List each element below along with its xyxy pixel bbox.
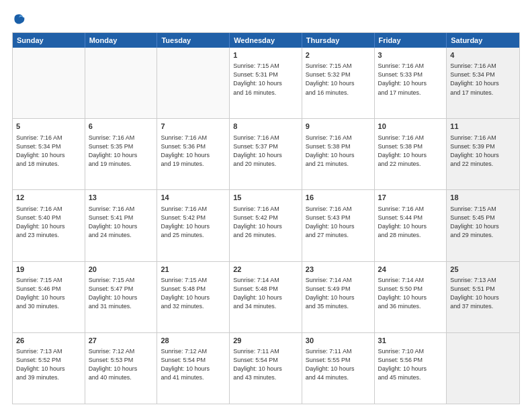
day-number: 20	[89, 265, 154, 275]
cell-info: Sunrise: 7:16 AMSunset: 5:34 PMDaylight:…	[450, 62, 516, 97]
day-number: 27	[89, 336, 154, 346]
day-number: 26	[16, 336, 81, 346]
cal-cell: 2Sunrise: 7:15 AMSunset: 5:32 PMDaylight…	[302, 48, 375, 118]
day-number: 2	[306, 50, 371, 60]
day-number: 17	[378, 193, 443, 203]
cell-info: Sunrise: 7:13 AMSunset: 5:52 PMDaylight:…	[16, 347, 81, 382]
day-number: 16	[306, 193, 371, 203]
day-number: 1	[233, 50, 298, 60]
header-cell-monday: Monday	[85, 33, 158, 48]
cell-info: Sunrise: 7:16 AMSunset: 5:41 PMDaylight:…	[89, 205, 154, 240]
day-number: 7	[161, 122, 226, 132]
cell-info: Sunrise: 7:16 AMSunset: 5:38 PMDaylight:…	[306, 134, 371, 169]
day-number: 30	[306, 336, 371, 346]
day-number: 5	[16, 122, 81, 132]
day-number: 18	[450, 193, 516, 203]
cell-info: Sunrise: 7:16 AMSunset: 5:34 PMDaylight:…	[16, 134, 81, 169]
cell-info: Sunrise: 7:16 AMSunset: 5:39 PMDaylight:…	[450, 134, 516, 169]
cell-info: Sunrise: 7:16 AMSunset: 5:44 PMDaylight:…	[378, 205, 443, 240]
day-number: 9	[306, 122, 371, 132]
cell-info: Sunrise: 7:16 AMSunset: 5:35 PMDaylight:…	[89, 134, 154, 169]
cell-info: Sunrise: 7:16 AMSunset: 5:40 PMDaylight:…	[16, 205, 81, 240]
cal-cell	[447, 333, 519, 404]
day-number: 6	[89, 122, 154, 132]
day-number: 25	[450, 265, 516, 275]
cell-info: Sunrise: 7:16 AMSunset: 5:36 PMDaylight:…	[161, 134, 226, 169]
cell-info: Sunrise: 7:14 AMSunset: 5:49 PMDaylight:…	[306, 276, 371, 311]
week-row-4: 19Sunrise: 7:15 AMSunset: 5:46 PMDayligh…	[13, 261, 519, 332]
day-number: 22	[233, 265, 298, 275]
cal-cell: 22Sunrise: 7:14 AMSunset: 5:48 PMDayligh…	[230, 262, 302, 332]
cal-cell: 29Sunrise: 7:11 AMSunset: 5:54 PMDayligh…	[230, 333, 302, 404]
cal-cell: 17Sunrise: 7:16 AMSunset: 5:44 PMDayligh…	[375, 190, 447, 261]
cal-cell: 6Sunrise: 7:16 AMSunset: 5:35 PMDaylight…	[85, 119, 158, 189]
day-number: 28	[161, 336, 226, 346]
cell-info: Sunrise: 7:15 AMSunset: 5:45 PMDaylight:…	[450, 205, 516, 240]
cal-cell: 3Sunrise: 7:16 AMSunset: 5:33 PMDaylight…	[375, 48, 447, 118]
cell-info: Sunrise: 7:15 AMSunset: 5:31 PMDaylight:…	[233, 62, 298, 97]
cal-cell: 15Sunrise: 7:16 AMSunset: 5:42 PMDayligh…	[230, 190, 302, 261]
cell-info: Sunrise: 7:12 AMSunset: 5:53 PMDaylight:…	[89, 347, 154, 382]
calendar: SundayMondayTuesdayWednesdayThursdayFrid…	[12, 32, 520, 404]
cell-info: Sunrise: 7:16 AMSunset: 5:42 PMDaylight:…	[233, 205, 298, 240]
cell-info: Sunrise: 7:10 AMSunset: 5:56 PMDaylight:…	[378, 347, 443, 382]
cal-cell: 10Sunrise: 7:16 AMSunset: 5:38 PMDayligh…	[375, 119, 447, 189]
cal-cell	[85, 48, 158, 118]
week-row-2: 5Sunrise: 7:16 AMSunset: 5:34 PMDaylight…	[13, 118, 519, 189]
cal-cell	[157, 48, 230, 118]
header-cell-thursday: Thursday	[302, 33, 375, 48]
day-number: 29	[233, 336, 298, 346]
cal-cell	[13, 48, 85, 118]
calendar-header: SundayMondayTuesdayWednesdayThursdayFrid…	[13, 33, 519, 48]
day-number: 23	[306, 265, 371, 275]
day-number: 11	[450, 122, 516, 132]
cell-info: Sunrise: 7:16 AMSunset: 5:38 PMDaylight:…	[378, 134, 443, 169]
cell-info: Sunrise: 7:15 AMSunset: 5:48 PMDaylight:…	[161, 276, 226, 311]
week-row-3: 12Sunrise: 7:16 AMSunset: 5:40 PMDayligh…	[13, 189, 519, 261]
cal-cell: 31Sunrise: 7:10 AMSunset: 5:56 PMDayligh…	[375, 333, 447, 404]
cell-info: Sunrise: 7:12 AMSunset: 5:54 PMDaylight:…	[161, 347, 226, 382]
cell-info: Sunrise: 7:16 AMSunset: 5:37 PMDaylight:…	[233, 134, 298, 169]
header	[12, 12, 520, 26]
cal-cell: 1Sunrise: 7:15 AMSunset: 5:31 PMDaylight…	[230, 48, 302, 118]
cal-cell: 21Sunrise: 7:15 AMSunset: 5:48 PMDayligh…	[157, 262, 230, 332]
day-number: 13	[89, 193, 154, 203]
cell-info: Sunrise: 7:14 AMSunset: 5:48 PMDaylight:…	[233, 276, 298, 311]
cal-cell: 26Sunrise: 7:13 AMSunset: 5:52 PMDayligh…	[13, 333, 85, 404]
cal-cell: 5Sunrise: 7:16 AMSunset: 5:34 PMDaylight…	[13, 119, 85, 189]
cal-cell: 25Sunrise: 7:13 AMSunset: 5:51 PMDayligh…	[447, 262, 519, 332]
cell-info: Sunrise: 7:11 AMSunset: 5:55 PMDaylight:…	[306, 347, 371, 382]
header-cell-tuesday: Tuesday	[157, 33, 230, 48]
cal-cell: 16Sunrise: 7:16 AMSunset: 5:43 PMDayligh…	[302, 190, 375, 261]
cal-cell: 7Sunrise: 7:16 AMSunset: 5:36 PMDaylight…	[157, 119, 230, 189]
header-cell-friday: Friday	[375, 33, 447, 48]
cal-cell: 11Sunrise: 7:16 AMSunset: 5:39 PMDayligh…	[447, 119, 519, 189]
cal-cell: 13Sunrise: 7:16 AMSunset: 5:41 PMDayligh…	[85, 190, 158, 261]
header-cell-sunday: Sunday	[13, 33, 85, 48]
day-number: 8	[233, 122, 298, 132]
day-number: 24	[378, 265, 443, 275]
cell-info: Sunrise: 7:11 AMSunset: 5:54 PMDaylight:…	[233, 347, 298, 382]
calendar-body: 1Sunrise: 7:15 AMSunset: 5:31 PMDaylight…	[13, 48, 519, 404]
cell-info: Sunrise: 7:16 AMSunset: 5:33 PMDaylight:…	[378, 62, 443, 97]
cal-cell: 19Sunrise: 7:15 AMSunset: 5:46 PMDayligh…	[13, 262, 85, 332]
cell-info: Sunrise: 7:15 AMSunset: 5:46 PMDaylight:…	[16, 276, 81, 311]
cell-info: Sunrise: 7:15 AMSunset: 5:32 PMDaylight:…	[306, 62, 371, 97]
logo-icon	[12, 12, 26, 26]
day-number: 4	[450, 50, 516, 60]
cal-cell: 30Sunrise: 7:11 AMSunset: 5:55 PMDayligh…	[302, 333, 375, 404]
cal-cell: 28Sunrise: 7:12 AMSunset: 5:54 PMDayligh…	[157, 333, 230, 404]
cal-cell: 4Sunrise: 7:16 AMSunset: 5:34 PMDaylight…	[447, 48, 519, 118]
cal-cell: 20Sunrise: 7:15 AMSunset: 5:47 PMDayligh…	[85, 262, 158, 332]
cell-info: Sunrise: 7:16 AMSunset: 5:42 PMDaylight:…	[161, 205, 226, 240]
day-number: 10	[378, 122, 443, 132]
cell-info: Sunrise: 7:14 AMSunset: 5:50 PMDaylight:…	[378, 276, 443, 311]
day-number: 14	[161, 193, 226, 203]
cal-cell: 23Sunrise: 7:14 AMSunset: 5:49 PMDayligh…	[302, 262, 375, 332]
cal-cell: 14Sunrise: 7:16 AMSunset: 5:42 PMDayligh…	[157, 190, 230, 261]
week-row-1: 1Sunrise: 7:15 AMSunset: 5:31 PMDaylight…	[13, 48, 519, 118]
cell-info: Sunrise: 7:16 AMSunset: 5:43 PMDaylight:…	[306, 205, 371, 240]
day-number: 3	[378, 50, 443, 60]
cal-cell: 27Sunrise: 7:12 AMSunset: 5:53 PMDayligh…	[85, 333, 158, 404]
cal-cell: 9Sunrise: 7:16 AMSunset: 5:38 PMDaylight…	[302, 119, 375, 189]
